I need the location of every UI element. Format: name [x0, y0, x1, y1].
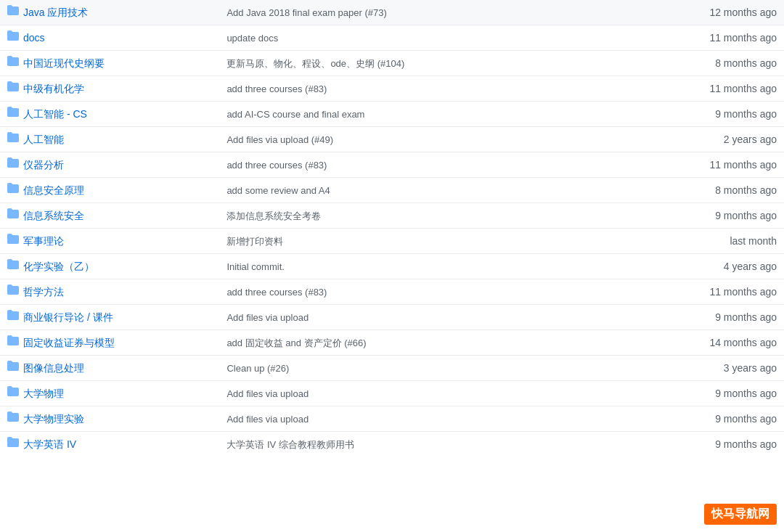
commit-message-cell: add three courses (#83)	[219, 279, 627, 305]
commit-message-cell: 大学英语 IV 综合教程教师用书	[219, 432, 627, 457]
commit-message: update docs	[226, 33, 278, 44]
commit-message: Add files via upload	[226, 388, 309, 399]
time-cell: 9 months ago	[627, 432, 784, 457]
table-row: 大学物理实验 Add files via upload 9 months ago	[0, 406, 784, 432]
commit-message-cell: update docs	[219, 25, 627, 51]
time-ago: 11 months ago	[709, 159, 777, 171]
table-row: 大学物理 Add files via upload 9 months ago	[0, 381, 784, 406]
time-ago: 9 months ago	[715, 108, 777, 120]
folder-icon	[7, 335, 19, 351]
folder-icon	[7, 436, 19, 452]
time-cell: 9 months ago	[627, 406, 784, 432]
folder-name-cell: 大学英语 IV	[0, 432, 219, 457]
folder-link[interactable]: docs	[7, 30, 212, 46]
time-cell: 2 years ago	[627, 127, 784, 152]
folder-name-cell: 人工智能 - CS	[0, 102, 219, 127]
folder-link[interactable]: 信息系统安全	[7, 208, 212, 224]
folder-icon	[7, 30, 19, 46]
folder-icon	[7, 106, 19, 122]
folder-name-cell: 人工智能	[0, 127, 219, 152]
folder-link[interactable]: 仪器分析	[7, 157, 212, 173]
folder-link[interactable]: Java 应用技术	[7, 4, 212, 20]
folder-icon	[7, 284, 19, 300]
folder-link[interactable]: 军事理论	[7, 233, 212, 249]
folder-link[interactable]: 大学物理	[7, 385, 212, 401]
folder-link[interactable]: 人工智能	[7, 131, 212, 147]
commit-message-cell: add some review and A4	[219, 178, 627, 203]
folder-link[interactable]: 商业银行导论 / 课件	[7, 309, 212, 325]
time-cell: 9 months ago	[627, 203, 784, 229]
time-ago: 3 years ago	[724, 362, 777, 374]
table-row: 图像信息处理 Clean up (#26) 3 years ago	[0, 356, 784, 381]
table-row: 中国近现代史纲要 更新马原、物化、程设、ode、史纲 (#104) 8 mont…	[0, 51, 784, 76]
folder-link[interactable]: 化学实验（乙）	[7, 258, 212, 274]
folder-name-cell: 中国近现代史纲要	[0, 51, 219, 76]
folder-name: 军事理论	[23, 234, 64, 249]
folder-link[interactable]: 哲学方法	[7, 284, 212, 300]
folder-icon	[7, 360, 19, 376]
time-cell: 12 months ago	[627, 0, 784, 25]
commit-message-cell: Add files via upload	[219, 406, 627, 432]
folder-name-cell: 信息安全原理	[0, 178, 219, 203]
time-cell: 8 months ago	[627, 178, 784, 203]
table-row: 哲学方法 add three courses (#83) 11 months a…	[0, 279, 784, 305]
commit-message: add three courses (#83)	[226, 83, 327, 94]
time-cell: 8 months ago	[627, 51, 784, 76]
time-ago: 9 months ago	[715, 438, 777, 450]
commit-message: add three courses (#83)	[226, 287, 327, 298]
commit-message-cell: Add files via upload (#49)	[219, 127, 627, 152]
folder-name: 中级有机化学	[23, 81, 84, 97]
folder-link[interactable]: 信息安全原理	[7, 182, 212, 198]
time-ago: 9 months ago	[715, 388, 777, 399]
folder-name-cell: 化学实验（乙）	[0, 254, 219, 279]
table-row: 人工智能 - CS add AI-CS course and final exa…	[0, 102, 784, 127]
time-cell: 14 months ago	[627, 330, 784, 356]
time-ago: 9 months ago	[715, 210, 777, 221]
folder-link[interactable]: 大学英语 IV	[7, 436, 212, 452]
time-ago: 9 months ago	[715, 311, 777, 323]
table-row: 商业银行导论 / 课件 Add files via upload 9 month…	[0, 305, 784, 330]
time-ago: 2 years ago	[724, 134, 777, 145]
folder-icon	[7, 81, 19, 97]
folder-name: 信息系统安全	[23, 208, 84, 224]
folder-icon	[7, 157, 19, 173]
commit-message-cell: add AI-CS course and final exam	[219, 102, 627, 127]
commit-message: 添加信息系统安全考卷	[226, 210, 321, 221]
folder-name: 固定收益证券与模型	[23, 335, 115, 351]
folder-link[interactable]: 中级有机化学	[7, 81, 212, 97]
folder-name: 仪器分析	[23, 157, 64, 173]
folder-link[interactable]: 大学物理实验	[7, 411, 212, 427]
folder-link[interactable]: 固定收益证券与模型	[7, 335, 212, 351]
time-ago: 11 months ago	[709, 286, 777, 298]
commit-message: Add files via upload	[226, 312, 309, 323]
folder-link[interactable]: 图像信息处理	[7, 360, 212, 376]
folder-name: 哲学方法	[23, 285, 64, 300]
commit-message-cell: add three courses (#83)	[219, 152, 627, 178]
commit-message-cell: Clean up (#26)	[219, 356, 627, 381]
time-cell: 9 months ago	[627, 381, 784, 406]
commit-message-cell: Add Java 2018 final exam paper (#73)	[219, 0, 627, 25]
table-row: 固定收益证券与模型 add 固定收益 and 资产定价 (#66) 14 mon…	[0, 330, 784, 356]
table-row: Java 应用技术 Add Java 2018 final exam paper…	[0, 0, 784, 25]
commit-message: Add files via upload (#49)	[226, 134, 333, 145]
table-row: 中级有机化学 add three courses (#83) 11 months…	[0, 76, 784, 102]
folder-name: 大学英语 IV	[23, 437, 76, 452]
time-ago: 14 months ago	[709, 337, 777, 348]
commit-message-cell: 添加信息系统安全考卷	[219, 203, 627, 229]
table-row: 军事理论 新增打印资料 last month	[0, 229, 784, 254]
time-cell: last month	[627, 229, 784, 254]
folder-icon	[7, 182, 19, 198]
folder-icon	[7, 4, 19, 20]
commit-message: add some review and A4	[226, 185, 330, 196]
commit-message: add three courses (#83)	[226, 160, 327, 171]
time-ago: 9 months ago	[715, 413, 777, 425]
time-cell: 11 months ago	[627, 152, 784, 178]
commit-message: 更新马原、物化、程设、ode、史纲 (#104)	[226, 58, 404, 69]
folder-name-cell: 固定收益证券与模型	[0, 330, 219, 356]
folder-link[interactable]: 中国近现代史纲要	[7, 55, 212, 71]
folder-name-cell: docs	[0, 25, 219, 51]
folder-link[interactable]: 人工智能 - CS	[7, 106, 212, 122]
time-cell: 11 months ago	[627, 279, 784, 305]
commit-message-cell: add 固定收益 and 资产定价 (#66)	[219, 330, 627, 356]
commit-message: add AI-CS course and final exam	[226, 109, 364, 120]
